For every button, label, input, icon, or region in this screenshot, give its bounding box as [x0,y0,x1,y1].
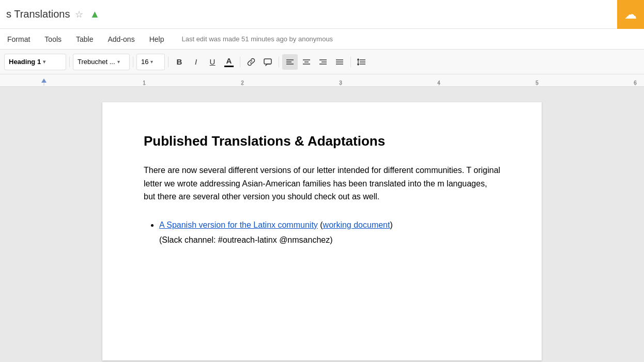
heading-chevron-icon: ▾ [43,59,45,65]
heading-style-value: Heading 1 [9,58,41,66]
font-chevron-icon: ▾ [117,59,120,65]
ruler: 1 2 3 4 5 6 [0,74,644,87]
edit-status: Last edit was made 51 minutes ago by ano… [181,35,333,43]
comment-icon [263,57,272,67]
drive-icon[interactable]: ▲ [89,8,100,20]
menu-tools[interactable]: Tools [37,31,69,48]
menu-bar: Format Tools Table Add-ons Help Last edi… [0,29,644,50]
toolbar-separator-2 [133,57,133,67]
font-size-value: 16 [141,58,148,66]
underline-button[interactable]: U [205,54,220,70]
align-left-button[interactable] [282,54,298,70]
spanish-version-link[interactable]: A Spanish version for the Latinx communi… [159,221,318,229]
toolbar-separator-1 [69,57,70,67]
slack-channel-text: (Slack channel: #outreach-latinx @nmsanc… [159,235,333,244]
cloud-icon: ☁ [624,7,637,22]
menu-table[interactable]: Table [69,31,100,48]
align-right-icon [318,57,328,67]
document-title: s Translations [6,8,70,20]
align-center-icon [302,57,311,67]
italic-button[interactable]: I [188,54,204,70]
svg-rect-0 [264,59,271,64]
comment-button[interactable] [260,54,275,70]
user-avatar[interactable]: ☁ [617,0,644,29]
align-justify-icon [335,57,344,67]
align-left-icon [285,57,295,67]
font-family-select[interactable]: Trebuchet ... ▾ [73,54,130,70]
bold-button[interactable]: B [172,54,187,70]
menu-format[interactable]: Format [0,31,37,48]
toolbar-separator-4 [240,57,240,67]
font-family-value: Trebuchet ... [78,58,115,66]
star-icon[interactable]: ☆ [75,9,83,20]
size-chevron-icon: ▾ [150,59,153,65]
toolbar-separator-6 [350,57,351,67]
svg-rect-16 [0,74,644,86]
toolbar: Heading 1 ▾ Trebuchet ... ▾ 16 ▾ B I U A [0,50,644,74]
document-body-text: There are now several different versions… [144,164,500,203]
link-button[interactable] [243,54,259,70]
document-area: Published Translations & Adaptations The… [0,87,644,362]
heading-style-select[interactable]: Heading 1 ▾ [4,54,66,70]
list-item: A Spanish version for the Latinx communi… [159,218,500,248]
document-heading: Published Translations & Adaptations [144,133,500,149]
line-spacing-icon [357,57,366,67]
font-size-select[interactable]: 16 ▾ [136,54,165,70]
working-document-link[interactable]: working document [323,221,390,229]
list-item-separator: ( [318,221,323,229]
font-color-button[interactable]: A [221,54,237,70]
line-spacing-button[interactable] [354,54,370,70]
title-bar: s Translations ☆ ▲ ☁ [0,0,644,29]
toolbar-separator-3 [168,57,168,67]
link-icon [247,57,256,67]
document-page: Published Translations & Adaptations The… [102,102,542,360]
menu-addons[interactable]: Add-ons [101,31,142,48]
align-center-button[interactable] [299,54,314,70]
document-list: A Spanish version for the Latinx communi… [159,218,500,248]
align-justify-button[interactable] [332,54,347,70]
menu-help[interactable]: Help [142,31,172,48]
font-color-icon: A [224,56,234,67]
list-close-paren: ) [390,221,392,229]
align-right-button[interactable] [315,54,331,70]
toolbar-separator-5 [279,57,279,67]
